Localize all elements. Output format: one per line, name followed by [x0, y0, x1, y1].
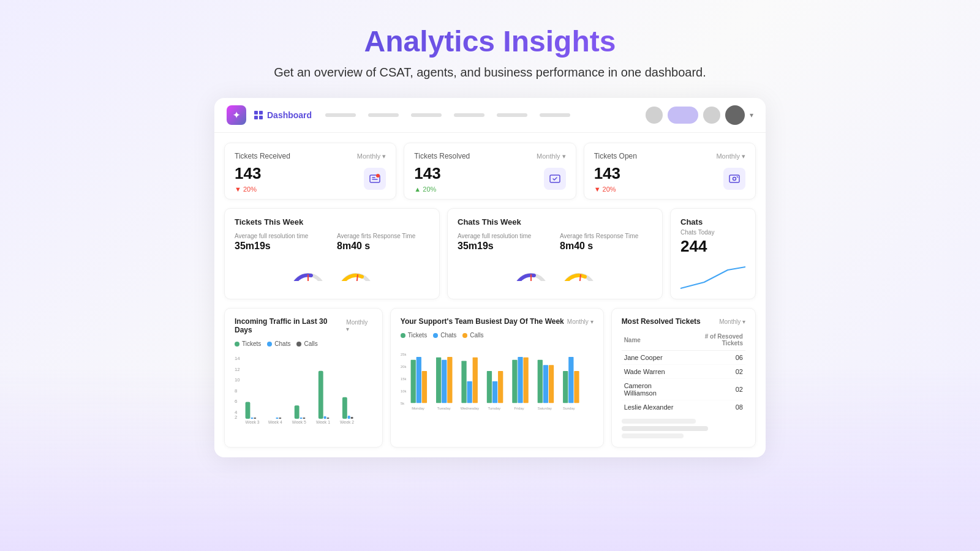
stat-card-resolved: Tickets Resolved Monthly ▾ 143 ▲ 20% — [404, 143, 576, 200]
svg-rect-54 — [417, 357, 421, 403]
resolved-period[interactable]: Monthly ▾ — [719, 318, 745, 325]
svg-text:2: 2 — [235, 414, 237, 420]
svg-text:Monday: Monday — [412, 407, 424, 410]
svg-rect-72 — [568, 357, 573, 403]
nav-dropdown-icon[interactable]: ▾ — [750, 111, 753, 119]
nav-item-4[interactable] — [454, 113, 484, 117]
svg-rect-0 — [254, 111, 258, 114]
svg-text:8: 8 — [235, 388, 237, 394]
stat-card-open-value: 143 — [594, 164, 620, 183]
nav-actions: ▾ — [646, 105, 753, 125]
nav-item-6[interactable] — [540, 113, 570, 117]
svg-rect-41 — [348, 416, 350, 419]
stat-card-received: Tickets Received Monthly ▾ 143 ▼ 20% — [224, 143, 396, 200]
svg-text:15k: 15k — [401, 377, 406, 381]
nav-item-2[interactable] — [368, 113, 399, 117]
placeholder-2 — [622, 426, 709, 431]
table-row: Wade Warren02 — [622, 365, 745, 379]
traffic-title: Incoming Traffic in Last 30 Days — [235, 317, 346, 334]
busiest-legend-tickets: Tickets — [401, 332, 427, 339]
page-header: Analytics Insights Get an overview of CS… — [274, 24, 706, 80]
stat-icon-resolved — [544, 168, 566, 190]
svg-text:Friday: Friday — [514, 407, 524, 410]
svg-rect-30 — [254, 418, 256, 419]
svg-text:10k: 10k — [401, 389, 406, 393]
busiest-legend-chats: Chats — [433, 332, 456, 339]
traffic-legend: Tickets Chats Calls — [235, 340, 372, 347]
col-name: Name — [622, 332, 685, 351]
chats-week-title: Chats This Week — [458, 217, 652, 227]
stat-card-resolved-period[interactable]: Monthly ▾ — [537, 152, 566, 160]
svg-rect-29 — [251, 418, 253, 419]
svg-rect-71 — [563, 371, 568, 403]
legend-chats: Chats — [267, 340, 290, 347]
svg-rect-37 — [318, 371, 323, 419]
nav-avatar-main[interactable] — [725, 105, 745, 125]
stat-card-received-period[interactable]: Monthly ▾ — [357, 152, 386, 160]
svg-text:Tursday: Tursday — [488, 407, 500, 410]
svg-rect-3 — [259, 116, 263, 119]
tickets-resolution-metric: Average full resolution time 35m19s — [235, 233, 327, 252]
stat-card-resolved-change: ▲ 20% — [414, 186, 440, 193]
stat-card-received-value: 143 — [235, 164, 261, 183]
svg-text:Week 4: Week 4 — [268, 420, 282, 424]
svg-text:Week 1: Week 1 — [316, 420, 330, 424]
traffic-chart: 14 12 10 8 6 4 2 — [235, 352, 372, 425]
busiest-card: Your Support's Team Busiest Day Of The W… — [390, 308, 604, 448]
svg-text:Saturday: Saturday — [538, 407, 552, 410]
svg-text:14: 14 — [235, 356, 240, 361]
svg-rect-62 — [487, 371, 492, 403]
nav-item-3[interactable] — [411, 113, 442, 117]
tickets-response-metric: Average firts Response Time 8m40 s — [337, 233, 429, 252]
chats-today-value: 244 — [680, 237, 745, 256]
svg-rect-56 — [436, 358, 441, 403]
svg-rect-40 — [342, 397, 347, 419]
svg-text:25k: 25k — [401, 353, 406, 356]
nav-item-5[interactable] — [497, 113, 527, 117]
chats-gauges: 100 0 100 0 — [458, 257, 652, 281]
svg-text:10: 10 — [235, 377, 240, 383]
svg-rect-64 — [498, 371, 503, 403]
page-subtitle: Get an overview of CSAT, agents, and bus… — [274, 66, 706, 80]
svg-rect-67 — [523, 358, 528, 403]
stat-card-open-period[interactable]: Monthly ▾ — [716, 152, 745, 160]
nav-brand[interactable]: Dashboard — [254, 110, 312, 120]
nav-avatar-2[interactable] — [703, 107, 720, 124]
legend-calls: Calls — [296, 340, 317, 347]
stat-card-open: Tickets Open Monthly ▾ 143 ▼ 20% — [584, 143, 756, 200]
busiest-chart: 25k 20k 15k 10k 5k — [401, 343, 594, 417]
stat-card-open-change: ▼ 20% — [594, 186, 620, 193]
nav-bar: ✦ Dashboard ▾ — [214, 98, 766, 133]
main-content: Tickets Received Monthly ▾ 143 ▼ 20% — [214, 133, 766, 457]
svg-rect-57 — [442, 360, 447, 403]
nav-logo: ✦ — [227, 105, 246, 125]
bottom-row: Incoming Traffic in Last 30 Days Monthly… — [224, 308, 756, 448]
svg-text:Wednesday: Wednesday — [461, 407, 480, 410]
middle-row: Tickets This Week Average full resolutio… — [224, 208, 756, 299]
stat-card-received-change: ▼ 20% — [235, 186, 261, 193]
svg-rect-42 — [351, 417, 353, 419]
chats-response-metric: Average firts Response Time 8m40 s — [560, 233, 652, 252]
svg-point-8 — [733, 177, 736, 180]
svg-rect-39 — [327, 418, 330, 419]
nav-avatar-1[interactable] — [646, 107, 663, 124]
traffic-period[interactable]: Monthly ▾ — [346, 319, 372, 332]
svg-rect-61 — [472, 358, 477, 403]
tickets-gauges: 100 0 100 0 — [235, 257, 429, 281]
nav-avatar-active[interactable] — [668, 107, 698, 124]
chats-sparkline — [680, 261, 745, 291]
svg-rect-65 — [512, 360, 517, 403]
svg-rect-66 — [518, 357, 522, 403]
traffic-card: Incoming Traffic in Last 30 Days Monthly… — [224, 308, 383, 448]
svg-rect-55 — [422, 371, 427, 403]
stat-card-received-title: Tickets Received — [235, 152, 290, 160]
resolved-title: Most Resolved Tickets — [622, 317, 701, 326]
busiest-period[interactable]: Monthly ▾ — [567, 318, 594, 325]
stat-cards-row: Tickets Received Monthly ▾ 143 ▼ 20% — [224, 143, 756, 200]
svg-text:Week 5: Week 5 — [292, 420, 306, 424]
svg-text:Tuesday: Tuesday — [437, 407, 450, 410]
svg-rect-59 — [461, 361, 466, 403]
stat-card-resolved-value: 143 — [414, 164, 440, 183]
svg-rect-68 — [538, 360, 543, 403]
nav-item-1[interactable] — [325, 113, 356, 117]
